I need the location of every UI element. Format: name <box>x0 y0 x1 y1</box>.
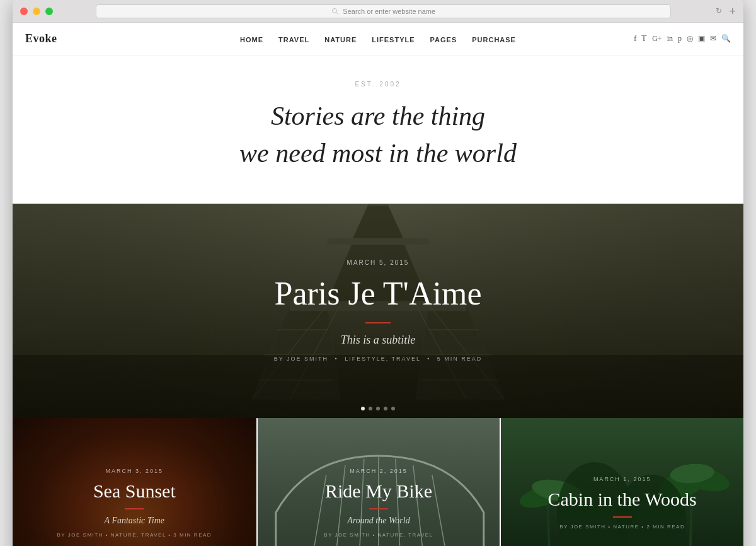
social-instagram[interactable]: ◎ <box>687 34 693 44</box>
social-email[interactable]: ✉ <box>710 34 716 44</box>
posts-grid: MARCH 3, 2015 Sea Sunset A Fantastic Tim… <box>13 418 743 546</box>
hero-title: Stories are the thing we need most in th… <box>25 98 731 172</box>
featured-post-title: Paris Je T'Aime <box>274 275 483 312</box>
grid-post-3-content: MARCH 1, 2015 Cabin in the Woods BY JOE … <box>536 476 709 530</box>
social-pinterest[interactable]: p <box>678 34 682 44</box>
grid-post-1[interactable]: MARCH 3, 2015 Sea Sunset A Fantastic Tim… <box>13 418 256 546</box>
svg-point-0 <box>333 8 337 13</box>
site-wrapper: Evoke HOME TRAVEL NATURE LIFESTYLE PAGES… <box>13 23 743 546</box>
social-rss[interactable]: ▣ <box>698 34 705 44</box>
slide-dot-5[interactable] <box>391 407 395 410</box>
grid-post-2-subtitle: Around the World <box>324 516 433 526</box>
search-icon <box>331 8 339 15</box>
grid-post-3-divider <box>613 516 632 518</box>
nav-search-button[interactable]: 🔍 <box>721 34 731 44</box>
grid-post-3-meta: BY JOE SMITH • NATURE • 2 MIN READ <box>548 524 697 530</box>
grid-post-2-meta: BY JOE SMITH • NATURE, TRAVEL <box>324 532 433 538</box>
nav-travel[interactable]: TRAVEL <box>278 36 309 44</box>
grid-post-1-subtitle: A Fantastic Time <box>57 516 212 526</box>
nav-purchase[interactable]: PURCHASE <box>472 36 516 44</box>
address-text: Search or enter website name <box>343 8 435 15</box>
minimize-button[interactable] <box>33 8 40 15</box>
nav-nature[interactable]: NATURE <box>324 36 357 44</box>
address-bar[interactable]: Search or enter website name <box>96 4 671 18</box>
slide-indicators <box>361 407 395 410</box>
grid-post-1-meta: BY JOE SMITH • NATURE, TRAVEL • 3 MIN RE… <box>57 532 212 538</box>
grid-post-2-divider <box>369 508 388 509</box>
grid-post-2-date: MARCH 2, 2015 <box>324 468 433 474</box>
featured-post-subtitle: This is a subtitle <box>274 334 483 347</box>
nav-social: f 𝕋 G+ in p ◎ ▣ ✉ 🔍 <box>634 34 731 44</box>
close-button[interactable] <box>20 8 28 15</box>
grid-post-1-date: MARCH 3, 2015 <box>57 468 212 474</box>
nav-home[interactable]: HOME <box>240 36 263 44</box>
refresh-button[interactable]: ↻ <box>714 6 724 16</box>
grid-post-3-date: MARCH 1, 2015 <box>548 476 697 482</box>
grid-post-1-title: Sea Sunset <box>57 480 212 502</box>
slide-dot-2[interactable] <box>369 407 372 410</box>
nav-links: HOME TRAVEL NATURE LIFESTYLE PAGES PURCH… <box>240 33 516 45</box>
nav-lifestyle[interactable]: LIFESTYLE <box>372 36 415 44</box>
grid-post-2[interactable]: MARCH 2, 2015 Ride My Bike Around the Wo… <box>256 418 500 546</box>
browser-window: Search or enter website name ↻ + Evoke H… <box>13 0 743 546</box>
site-logo[interactable]: Evoke <box>25 32 57 45</box>
svg-rect-9 <box>369 204 387 206</box>
browser-chrome: Search or enter website name ↻ + <box>13 0 743 23</box>
grid-post-3[interactable]: MARCH 1, 2015 Cabin in the Woods BY JOE … <box>500 418 743 546</box>
grid-post-2-title: Ride My Bike <box>324 480 433 502</box>
maximize-button[interactable] <box>45 8 53 15</box>
grid-post-2-content: MARCH 2, 2015 Ride My Bike Around the Wo… <box>311 468 445 538</box>
featured-post-meta: BY JOE SMITH • LIFESTYLE, TRAVEL • 5 MIN… <box>274 356 483 362</box>
featured-post-date: MARCH 5, 2015 <box>274 259 483 266</box>
nav-pages[interactable]: PAGES <box>430 36 457 44</box>
svg-line-1 <box>336 13 338 15</box>
slide-dot-4[interactable] <box>384 407 387 410</box>
hero-est: EST. 2002 <box>25 81 731 88</box>
grid-post-1-content: MARCH 3, 2015 Sea Sunset A Fantastic Tim… <box>45 468 225 538</box>
slide-dot-1[interactable] <box>361 407 365 410</box>
slide-dot-3[interactable] <box>376 407 380 410</box>
social-facebook[interactable]: f <box>634 34 636 44</box>
top-nav: Evoke HOME TRAVEL NATURE LIFESTYLE PAGES… <box>13 23 743 55</box>
svg-rect-7 <box>328 238 428 245</box>
grid-post-1-divider <box>125 508 144 509</box>
featured-post-content: MARCH 5, 2015 Paris Je T'Aime This is a … <box>274 259 483 362</box>
new-tab-button[interactable]: + <box>729 6 736 17</box>
social-googleplus[interactable]: G+ <box>652 34 662 44</box>
hero-header: EST. 2002 Stories are the thing we need … <box>13 55 743 204</box>
grid-post-3-title: Cabin in the Woods <box>548 489 697 510</box>
featured-post[interactable]: MARCH 5, 2015 Paris Je T'Aime This is a … <box>13 204 743 418</box>
featured-post-divider <box>365 322 391 323</box>
social-twitter[interactable]: 𝕋 <box>641 34 647 44</box>
social-linkedin[interactable]: in <box>667 34 673 44</box>
